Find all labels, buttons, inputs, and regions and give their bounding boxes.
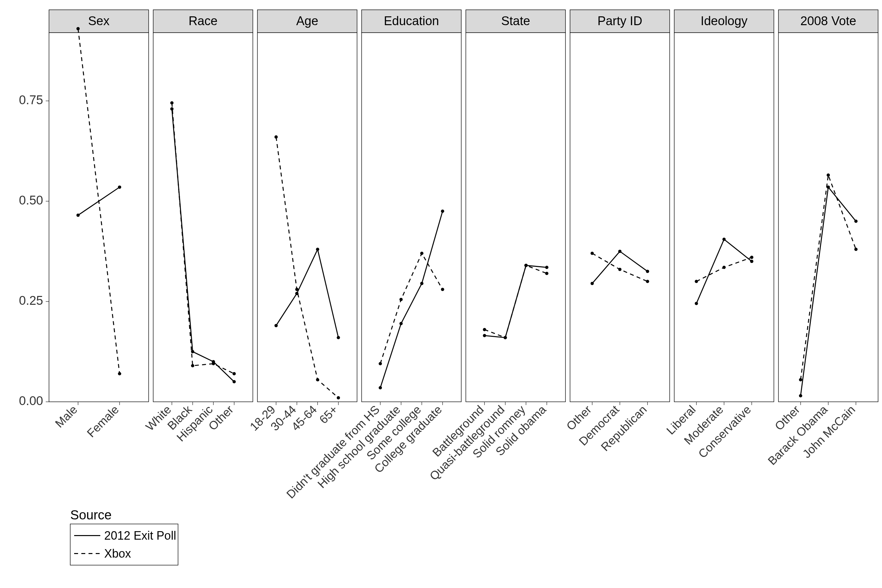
data-point	[191, 350, 194, 353]
data-point	[723, 266, 726, 269]
legend-title: Source	[70, 508, 112, 522]
panel-body	[570, 33, 670, 402]
data-point	[118, 186, 121, 189]
data-point	[545, 266, 549, 269]
data-point	[76, 27, 80, 30]
data-point	[379, 386, 382, 389]
data-point	[212, 362, 215, 365]
data-point	[274, 324, 278, 327]
panel-title: Party ID	[597, 14, 642, 28]
data-point	[170, 101, 174, 105]
data-point	[750, 256, 753, 259]
data-point	[232, 380, 236, 384]
x-tick-label: Female	[84, 403, 122, 440]
data-point	[723, 238, 726, 241]
data-point	[591, 252, 594, 255]
data-point	[695, 302, 698, 305]
data-point	[591, 282, 594, 285]
data-point	[274, 135, 278, 138]
legend-label: 2012 Exit Poll	[104, 529, 176, 542]
y-tick-label: 0.50	[19, 194, 43, 207]
panel-body	[362, 33, 461, 402]
data-point	[854, 248, 858, 251]
data-point	[170, 107, 174, 110]
data-point	[399, 298, 403, 301]
x-tick-label: White	[143, 403, 174, 434]
data-point	[483, 334, 486, 337]
data-point	[118, 372, 121, 375]
y-tick-label: 0.25	[19, 294, 43, 308]
panel-title: Race	[189, 14, 218, 28]
panel-title: Age	[296, 14, 318, 28]
panel-title: State	[501, 14, 530, 28]
data-point	[191, 364, 194, 367]
legend-label: Xbox	[104, 547, 131, 560]
data-point	[854, 219, 858, 223]
data-point	[504, 336, 507, 339]
panel-body	[49, 33, 148, 402]
data-point	[799, 378, 802, 381]
data-point	[337, 396, 340, 399]
panel-body	[466, 33, 566, 402]
panel-title: Sex	[88, 14, 110, 28]
data-point	[399, 322, 403, 325]
data-point	[337, 336, 340, 339]
panel-title: Education	[384, 14, 439, 28]
x-tick-label: Male	[52, 403, 80, 430]
panel-body	[778, 33, 878, 402]
x-tick-label: 65+	[316, 403, 340, 426]
data-point	[618, 268, 622, 271]
data-point	[695, 280, 698, 283]
data-point	[441, 210, 444, 213]
data-point	[379, 362, 382, 365]
y-tick-label: 0.00	[19, 394, 43, 408]
data-point	[799, 394, 802, 398]
data-point	[316, 248, 319, 251]
data-point	[618, 250, 622, 253]
panel-body	[674, 33, 774, 402]
y-tick-label: 0.75	[19, 93, 43, 107]
data-point	[441, 288, 444, 291]
data-point	[827, 174, 830, 177]
data-point	[524, 264, 528, 267]
panel-title: Ideology	[701, 14, 748, 28]
data-point	[420, 252, 423, 255]
panel-body	[153, 33, 253, 402]
data-point	[646, 280, 649, 283]
data-point	[232, 372, 236, 375]
data-point	[316, 378, 319, 381]
data-point	[646, 270, 649, 273]
panel-title: 2008 Vote	[800, 14, 856, 28]
data-point	[750, 260, 753, 263]
data-point	[483, 328, 486, 331]
data-point	[545, 272, 549, 275]
data-point	[295, 288, 298, 291]
data-point	[420, 282, 423, 285]
data-point	[76, 214, 80, 217]
panel-body	[257, 33, 357, 402]
